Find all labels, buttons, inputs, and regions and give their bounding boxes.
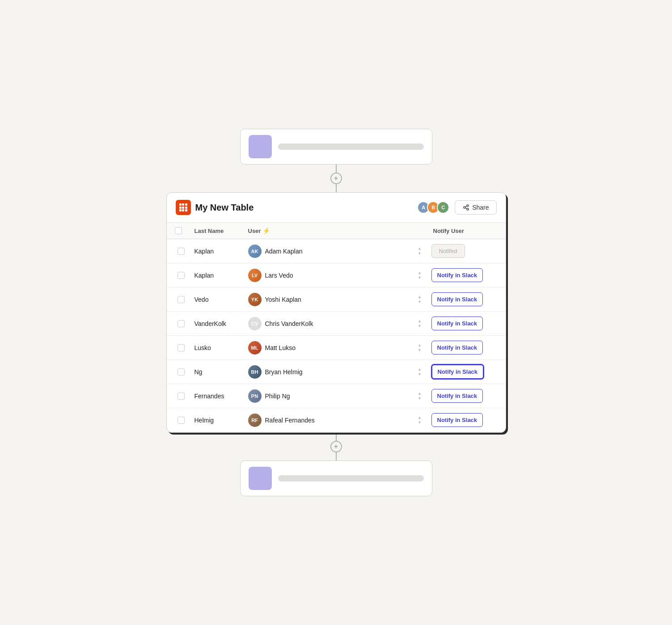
row-last-name: Helmig — [191, 413, 245, 427]
lightning-icon: ⚡ — [262, 227, 270, 234]
row-checkbox[interactable] — [178, 320, 185, 327]
share-button[interactable]: Share — [455, 200, 496, 215]
row-last-name: Kaplan — [191, 268, 245, 283]
notify-slack-button[interactable]: Notify in Slack — [431, 317, 483, 330]
sort-arrows[interactable]: ▲ ▼ — [410, 339, 430, 356]
row-checkbox-area — [171, 413, 191, 427]
table-row: Kaplan LV Lars Vedo ▲ ▼ Notify in Slack — [167, 263, 506, 287]
notify-slack-button[interactable]: Notify in Slack — [431, 268, 483, 282]
sort-arrows[interactable]: ▲ ▼ — [410, 315, 430, 332]
sort-arrows[interactable]: ▲ ▼ — [410, 243, 430, 259]
user-avatar: RF — [248, 414, 262, 427]
bottom-placeholder-card — [240, 460, 432, 496]
sort-arrows[interactable]: ▲ ▼ — [410, 363, 430, 380]
notify-slack-button[interactable]: Notify in Slack — [431, 341, 483, 355]
row-user: YK Yoshi Kaplan — [245, 289, 410, 310]
user-avatar: ML — [248, 341, 262, 355]
user-name: Yoshi Kaplan — [265, 296, 301, 303]
table-card: My New Table A B C — [166, 192, 506, 433]
col-header-user: User ⚡ — [245, 223, 410, 239]
sort-arrows[interactable]: ▲ ▼ — [410, 412, 430, 428]
user-name: Matt Lukso — [265, 344, 296, 351]
sort-arrows[interactable]: ▲ ▼ — [410, 267, 430, 283]
col-header-sort — [410, 223, 430, 239]
row-checkbox[interactable] — [178, 344, 185, 351]
row-user: BH Bryan Helmig — [245, 362, 410, 382]
avatar-3: C — [437, 201, 449, 214]
row-checkbox-area — [171, 244, 191, 258]
row-checkbox[interactable] — [178, 296, 185, 303]
svg-point-2 — [467, 208, 469, 210]
table-header-right: A B C Share — [417, 200, 496, 215]
user-avatar: CV — [248, 317, 262, 330]
row-checkbox[interactable] — [178, 248, 185, 255]
row-last-name: Lusko — [191, 341, 245, 355]
top-placeholder-bar — [278, 144, 424, 150]
row-checkbox[interactable] — [178, 393, 185, 400]
sort-arrows[interactable]: ▲ ▼ — [410, 388, 430, 404]
notify-cell: Notify in Slack — [430, 289, 501, 310]
notify-cell: Notify in Slack — [430, 337, 501, 358]
table-row: VanderKolk CV Chris VanderKolk ▲ ▼ Notif… — [167, 312, 506, 336]
user-avatar: BH — [248, 365, 262, 379]
table-title-area: My New Table — [176, 200, 254, 215]
bottom-plus-button[interactable]: + — [330, 441, 342, 452]
flow-container: + My New Table — [166, 129, 506, 496]
table-rows: Kaplan AK Adam Kaplan ▲ ▼ Notifed Kaplan… — [167, 239, 506, 432]
user-name: Rafeal Fernandes — [265, 417, 315, 424]
row-user: ML Matt Lukso — [245, 338, 410, 358]
row-user: CV Chris VanderKolk — [245, 313, 410, 334]
row-checkbox-area — [171, 365, 191, 379]
notify-cell: Notify in Slack — [430, 410, 501, 431]
row-last-name: Kaplan — [191, 244, 245, 258]
notify-slack-button[interactable]: Notify in Slack — [431, 292, 483, 306]
user-avatar: PN — [248, 389, 262, 403]
header-checkbox[interactable] — [175, 227, 182, 234]
col-header-notify: Notify User — [430, 223, 501, 239]
row-checkbox-area — [171, 341, 191, 355]
top-plus-button[interactable]: + — [330, 173, 342, 184]
top-line-bottom — [336, 184, 337, 192]
row-checkbox[interactable] — [178, 417, 185, 424]
table-icon — [176, 200, 191, 215]
user-name: Bryan Helmig — [265, 368, 303, 376]
sort-arrows[interactable]: ▲ ▼ — [410, 291, 430, 308]
row-last-name: Fernandes — [191, 389, 245, 403]
notify-cell: Notifed — [430, 241, 501, 262]
bottom-placeholder-bar — [278, 475, 424, 481]
top-placeholder-icon — [249, 135, 272, 158]
row-user: RF Rafeal Fernandes — [245, 410, 410, 431]
table-title: My New Table — [195, 203, 254, 213]
row-checkbox[interactable] — [178, 272, 185, 279]
svg-point-1 — [467, 205, 469, 207]
notify-slack-button[interactable]: Notify in Slack — [431, 413, 483, 427]
row-last-name: Ng — [191, 365, 245, 379]
table-row: Kaplan AK Adam Kaplan ▲ ▼ Notifed — [167, 239, 506, 263]
user-avatar: AK — [248, 245, 262, 258]
row-user: AK Adam Kaplan — [245, 241, 410, 262]
user-name: Adam Kaplan — [265, 248, 303, 255]
table-card-wrapper: My New Table A B C — [166, 192, 506, 433]
bottom-line-bottom — [336, 452, 337, 460]
svg-point-0 — [464, 207, 465, 208]
notify-cell: Notify in Slack — [430, 313, 501, 334]
bottom-line-top — [336, 433, 337, 441]
row-checkbox[interactable] — [178, 368, 185, 376]
table-row: Lusko ML Matt Lukso ▲ ▼ Notify in Slack — [167, 336, 506, 360]
notify-slack-button-active[interactable]: Notify in Slack — [431, 364, 484, 379]
table-row: Fernandes PN Philip Ng ▲ ▼ Notify in Sla… — [167, 384, 506, 408]
user-name: Philip Ng — [265, 393, 290, 400]
top-placeholder-card — [240, 129, 432, 165]
table-row: Vedo YK Yoshi Kaplan ▲ ▼ Notify in Slack — [167, 287, 506, 312]
table-row: Helmig RF Rafeal Fernandes ▲ ▼ Notify in… — [167, 408, 506, 432]
row-last-name: VanderKolk — [191, 317, 245, 331]
row-checkbox-area — [171, 389, 191, 403]
top-connector: + — [330, 165, 342, 192]
notify-slack-button[interactable]: Notify in Slack — [431, 389, 483, 403]
notify-cell: Notify in Slack — [430, 361, 501, 383]
col-header-checkbox — [171, 223, 191, 239]
notify-cell: Notify in Slack — [430, 385, 501, 406]
user-name: Chris VanderKolk — [265, 320, 313, 327]
bottom-placeholder-icon — [249, 467, 272, 490]
user-name: Lars Vedo — [265, 272, 293, 279]
